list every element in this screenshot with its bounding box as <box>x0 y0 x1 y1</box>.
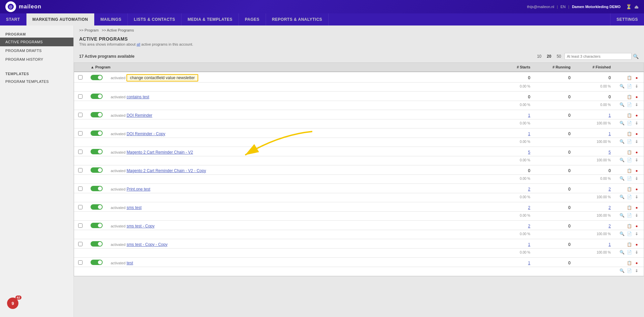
program-link-5[interactable]: Magento 2 Cart Reminder Chain - V2 <box>126 150 193 155</box>
copy-icon-3[interactable]: 📋 <box>626 112 632 118</box>
magnify-icon-5[interactable]: 🔍 <box>619 157 625 163</box>
starts-link-4[interactable]: 1 <box>528 131 530 136</box>
copy-icon-6[interactable]: 📋 <box>626 168 632 174</box>
highlighted-program-name[interactable]: change contactfield value newsletter <box>126 74 198 82</box>
download-icon-3[interactable]: ⇓ <box>634 120 640 126</box>
checkbox-10[interactable] <box>78 242 83 246</box>
copy-icon-11[interactable]: 📋 <box>626 260 632 266</box>
starts-link-10[interactable]: 1 <box>528 242 530 247</box>
th-program[interactable]: ▲ Program <box>87 63 494 72</box>
toggle-switch-8[interactable] <box>91 204 103 210</box>
toggle-switch-2[interactable] <box>91 94 103 99</box>
magnify-icon-7[interactable]: 🔍 <box>619 194 625 200</box>
starts-link-9[interactable]: 2 <box>528 224 530 228</box>
clock-icon[interactable]: ⏳ <box>626 4 632 9</box>
starts-link-5[interactable]: 5 <box>528 150 530 155</box>
nav-reports-analytics[interactable]: REPORTS & ANALYTICS <box>266 13 329 25</box>
program-link-10[interactable]: sms test - Copy - Copy <box>126 242 167 247</box>
stop-icon-5[interactable]: ● <box>634 149 640 155</box>
download-icon-10[interactable]: ⇓ <box>634 249 640 255</box>
download-icon-5[interactable]: ⇓ <box>634 157 640 163</box>
report-icon-5[interactable]: 📄 <box>626 157 632 163</box>
starts-link-11[interactable]: 1 <box>528 261 530 265</box>
report-icon-3[interactable]: 📄 <box>626 120 632 126</box>
toggle-switch-7[interactable] <box>91 186 103 191</box>
checkbox-5[interactable] <box>78 150 83 154</box>
notification-badge-container[interactable]: 9 62 <box>7 297 19 310</box>
toggle-switch-6[interactable] <box>91 167 103 173</box>
toggle-switch-3[interactable] <box>91 112 103 117</box>
checkbox-3[interactable] <box>78 113 83 117</box>
report-icon-9[interactable]: 📄 <box>626 231 632 237</box>
stop-icon-8[interactable]: ● <box>634 205 640 211</box>
stop-icon-11[interactable]: ● <box>634 260 640 266</box>
checkbox-1[interactable] <box>78 75 83 80</box>
sidebar-item-program-templates[interactable]: PROGRAM TEMPLATES <box>0 77 73 86</box>
starts-link-3[interactable]: 1 <box>528 113 530 118</box>
copy-icon[interactable]: 📋 <box>626 75 632 81</box>
copy-icon-10[interactable]: 📋 <box>626 242 632 248</box>
copy-icon-9[interactable]: 📋 <box>626 223 632 229</box>
download-icon-9[interactable]: ⇓ <box>634 231 640 237</box>
nav-start[interactable]: START <box>0 13 26 25</box>
copy-icon-7[interactable]: 📋 <box>626 186 632 192</box>
finished-link-7[interactable]: 2 <box>608 187 611 192</box>
nav-settings[interactable]: SETTINGS <box>610 13 644 25</box>
toggle-switch-4[interactable] <box>91 130 103 136</box>
program-link-3[interactable]: DOI Reminder <box>126 113 152 118</box>
download-icon-11[interactable]: ⇓ <box>634 268 640 274</box>
report-icon-7[interactable]: 📄 <box>626 194 632 200</box>
breadcrumb-active-programs[interactable]: >> Active Programs <box>102 28 134 32</box>
nav-marketing-automation[interactable]: MARKETING AUTOMATION <box>26 13 95 25</box>
copy-icon-4[interactable]: 📋 <box>626 131 632 137</box>
download-icon-8[interactable]: ⇓ <box>634 212 640 218</box>
program-link-2[interactable]: contains test <box>126 95 149 99</box>
toggle-switch-9[interactable] <box>91 223 103 228</box>
checkbox-7[interactable] <box>78 187 83 191</box>
download-icon-6[interactable]: ⇓ <box>634 175 640 181</box>
lang-link[interactable]: EN <box>560 5 566 9</box>
program-link-8[interactable]: sms test <box>126 205 142 210</box>
finished-link-4[interactable]: 1 <box>608 131 611 136</box>
program-link-4[interactable]: DOI Reminder - Copy <box>126 131 165 136</box>
download-icon-1[interactable]: ⇓ <box>634 83 640 89</box>
finished-link-8[interactable]: 2 <box>608 205 611 210</box>
copy-icon-5[interactable]: 📋 <box>626 149 632 155</box>
nav-media-templates[interactable]: MEDIA & TEMPLATES <box>181 13 239 25</box>
download-icon-2[interactable]: ⇓ <box>634 102 640 108</box>
th-running[interactable]: # Running <box>534 63 575 72</box>
magnify-icon-2[interactable]: 🔍 <box>619 102 625 108</box>
starts-link-7[interactable]: 2 <box>528 187 530 192</box>
breadcrumb-program[interactable]: >> Program <box>79 28 99 32</box>
copy-icon-2[interactable]: 📋 <box>626 94 632 100</box>
magnify-icon-6[interactable]: 🔍 <box>619 175 625 181</box>
magnify-icon-9[interactable]: 🔍 <box>619 231 625 237</box>
th-starts[interactable]: # Starts <box>494 63 534 72</box>
stop-icon-4[interactable]: ● <box>634 131 640 137</box>
program-link-11[interactable]: test <box>126 261 133 265</box>
magnify-icon-10[interactable]: 🔍 <box>619 249 625 255</box>
toggle-switch-11[interactable] <box>91 260 103 265</box>
magnify-icon-1[interactable]: 🔍 <box>619 83 625 89</box>
checkbox-4[interactable] <box>78 131 83 136</box>
program-link-9[interactable]: sms test - Copy <box>126 224 154 228</box>
program-link-6[interactable]: Magento 2 Cart Reminder Chain - V2 - Cop… <box>126 168 206 173</box>
finished-link-9[interactable]: 2 <box>608 224 611 228</box>
report-icon-1[interactable]: 📄 <box>626 83 632 89</box>
finished-link-5[interactable]: 5 <box>608 150 611 155</box>
starts-link-8[interactable]: 2 <box>528 205 530 210</box>
stop-icon-3[interactable]: ● <box>634 112 640 118</box>
copy-icon-8[interactable]: 📋 <box>626 205 632 211</box>
magnify-icon-3[interactable]: 🔍 <box>619 120 625 126</box>
checkbox-2[interactable] <box>78 94 83 99</box>
sidebar-item-program-history[interactable]: PROGRAM HISTORY <box>0 55 73 64</box>
nav-mailings[interactable]: MAILINGS <box>94 13 128 25</box>
checkbox-9[interactable] <box>78 223 83 228</box>
stop-icon-2[interactable]: ● <box>634 94 640 100</box>
nav-pages[interactable]: PAGES <box>239 13 266 25</box>
stop-icon-10[interactable]: ● <box>634 242 640 248</box>
toggle-switch-5[interactable] <box>91 149 103 154</box>
search-button[interactable]: 🔍 <box>633 54 639 59</box>
stop-icon[interactable]: ● <box>634 75 640 81</box>
report-icon-10[interactable]: 📄 <box>626 249 632 255</box>
